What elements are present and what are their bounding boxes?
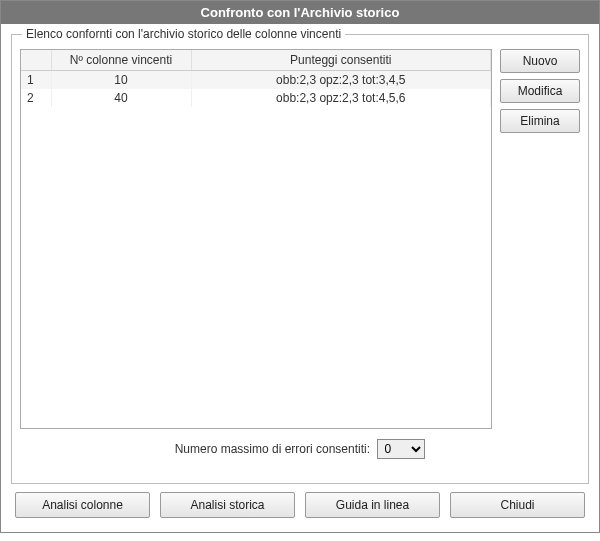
cell-index: 2 [21, 89, 51, 107]
footer-button-group: Analisi colonne Analisi storica Guida in… [11, 492, 589, 522]
max-errors-label: Numero massimo di errori consentiti: [175, 442, 370, 456]
content-area: Elenco confornti con l'archivio storico … [1, 24, 599, 532]
cell-winning-columns: 10 [51, 71, 191, 90]
comparison-table-wrap: Nº colonne vincenti Punteggi consentiti … [20, 49, 492, 429]
online-help-button[interactable]: Guida in linea [305, 492, 440, 518]
comparison-fieldset: Elenco confornti con l'archivio storico … [11, 34, 589, 484]
side-button-group: Nuovo Modifica Elimina [500, 49, 580, 429]
table-row[interactable]: 240obb:2,3 opz:2,3 tot:4,5,6 [21, 89, 491, 107]
cell-allowed-scores: obb:2,3 opz:2,3 tot:3,4,5 [191, 71, 491, 90]
close-button[interactable]: Chiudi [450, 492, 585, 518]
col-header-winning-columns[interactable]: Nº colonne vincenti [51, 50, 191, 71]
title-bar: Confronto con l'Archivio storico [1, 1, 599, 24]
window-title: Confronto con l'Archivio storico [201, 5, 400, 20]
cell-index: 1 [21, 71, 51, 90]
cell-allowed-scores: obb:2,3 opz:2,3 tot:4,5,6 [191, 89, 491, 107]
column-analysis-button[interactable]: Analisi colonne [15, 492, 150, 518]
col-header-allowed-scores[interactable]: Punteggi consentiti [191, 50, 491, 71]
dialog-window: Confronto con l'Archivio storico Elenco … [0, 0, 600, 533]
edit-button[interactable]: Modifica [500, 79, 580, 103]
max-errors-select[interactable]: 0 [377, 439, 425, 459]
comparison-table: Nº colonne vincenti Punteggi consentiti … [21, 50, 491, 107]
fieldset-legend: Elenco confornti con l'archivio storico … [22, 27, 345, 41]
fieldset-body: Nº colonne vincenti Punteggi consentiti … [20, 43, 580, 429]
col-header-index[interactable] [21, 50, 51, 71]
delete-button[interactable]: Elimina [500, 109, 580, 133]
new-button[interactable]: Nuovo [500, 49, 580, 73]
historical-analysis-button[interactable]: Analisi storica [160, 492, 295, 518]
cell-winning-columns: 40 [51, 89, 191, 107]
max-errors-row: Numero massimo di errori consentiti: 0 [20, 439, 580, 459]
table-header-row: Nº colonne vincenti Punteggi consentiti [21, 50, 491, 71]
table-row[interactable]: 110obb:2,3 opz:2,3 tot:3,4,5 [21, 71, 491, 90]
